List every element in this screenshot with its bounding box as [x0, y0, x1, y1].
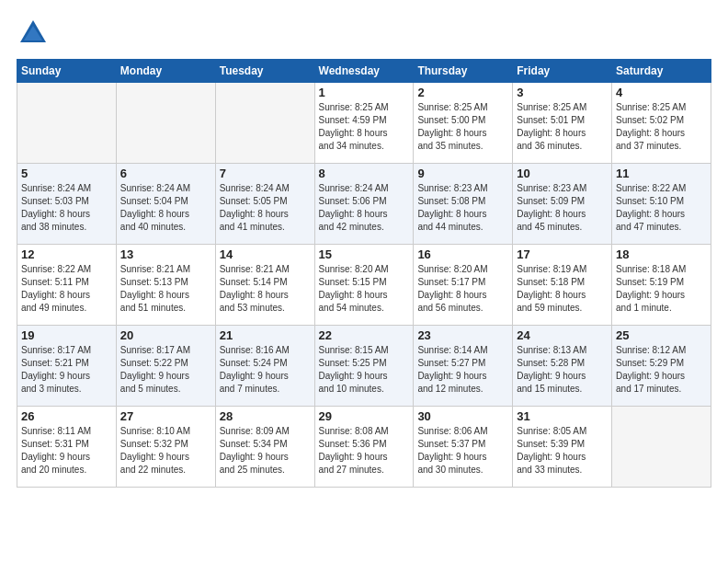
calendar-cell: 22Sunrise: 8:15 AMSunset: 5:25 PMDayligh… [314, 326, 414, 407]
day-info: Sunrise: 8:16 AMSunset: 5:24 PMDaylight:… [220, 344, 311, 396]
calendar-cell: 30Sunrise: 8:06 AMSunset: 5:37 PMDayligh… [414, 407, 513, 488]
calendar-cell: 8Sunrise: 8:24 AMSunset: 5:06 PMDaylight… [314, 164, 414, 245]
calendar-cell: 12Sunrise: 8:22 AMSunset: 5:11 PMDayligh… [17, 245, 117, 326]
day-info: Sunrise: 8:12 AMSunset: 5:29 PMDaylight:… [616, 344, 707, 396]
day-number: 11 [616, 167, 707, 180]
calendar-cell: 9Sunrise: 8:23 AMSunset: 5:08 PMDaylight… [414, 164, 513, 245]
day-info: Sunrise: 8:22 AMSunset: 5:10 PMDaylight:… [616, 182, 707, 234]
day-number: 18 [616, 247, 707, 261]
calendar-cell: 28Sunrise: 8:09 AMSunset: 5:34 PMDayligh… [215, 407, 314, 488]
day-number: 16 [417, 247, 508, 261]
day-number: 28 [220, 409, 311, 423]
day-info: Sunrise: 8:18 AMSunset: 5:19 PMDaylight:… [616, 263, 707, 315]
calendar-cell: 4Sunrise: 8:25 AMSunset: 5:02 PMDaylight… [612, 83, 711, 164]
day-number: 12 [21, 247, 112, 261]
calendar-cell: 11Sunrise: 8:22 AMSunset: 5:10 PMDayligh… [612, 164, 711, 245]
calendar-header-thursday: Thursday [414, 60, 513, 83]
calendar-cell: 24Sunrise: 8:13 AMSunset: 5:28 PMDayligh… [513, 326, 612, 407]
calendar-cell: 26Sunrise: 8:11 AMSunset: 5:31 PMDayligh… [17, 407, 117, 488]
day-info: Sunrise: 8:21 AMSunset: 5:14 PMDaylight:… [220, 263, 311, 315]
day-info: Sunrise: 8:19 AMSunset: 5:18 PMDaylight:… [517, 263, 608, 315]
calendar-header-friday: Friday [513, 60, 612, 83]
calendar-cell: 15Sunrise: 8:20 AMSunset: 5:15 PMDayligh… [314, 245, 414, 326]
logo-icon [17, 17, 50, 50]
calendar-cell: 20Sunrise: 8:17 AMSunset: 5:22 PMDayligh… [116, 326, 215, 407]
calendar-cell: 7Sunrise: 8:24 AMSunset: 5:05 PMDaylight… [215, 164, 314, 245]
header [17, 17, 711, 50]
calendar-cell: 3Sunrise: 8:25 AMSunset: 5:01 PMDaylight… [513, 83, 612, 164]
logo [17, 17, 53, 50]
calendar-cell: 27Sunrise: 8:10 AMSunset: 5:32 PMDayligh… [116, 407, 215, 488]
day-number: 15 [319, 247, 410, 261]
day-info: Sunrise: 8:14 AMSunset: 5:27 PMDaylight:… [417, 344, 508, 396]
calendar-header-wednesday: Wednesday [314, 60, 414, 83]
calendar-week-5: 26Sunrise: 8:11 AMSunset: 5:31 PMDayligh… [17, 407, 711, 488]
calendar-cell: 5Sunrise: 8:24 AMSunset: 5:03 PMDaylight… [17, 164, 117, 245]
day-number: 27 [120, 409, 211, 423]
calendar-cell: 13Sunrise: 8:21 AMSunset: 5:13 PMDayligh… [116, 245, 215, 326]
calendar-cell [215, 83, 314, 164]
day-info: Sunrise: 8:13 AMSunset: 5:28 PMDaylight:… [517, 344, 608, 396]
calendar-cell [17, 83, 117, 164]
day-number: 10 [517, 167, 608, 180]
day-info: Sunrise: 8:11 AMSunset: 5:31 PMDaylight:… [21, 425, 112, 477]
day-info: Sunrise: 8:25 AMSunset: 4:59 PMDaylight:… [319, 101, 410, 153]
day-info: Sunrise: 8:20 AMSunset: 5:17 PMDaylight:… [417, 263, 508, 315]
day-number: 21 [220, 328, 311, 342]
calendar-cell: 23Sunrise: 8:14 AMSunset: 5:27 PMDayligh… [414, 326, 513, 407]
day-info: Sunrise: 8:25 AMSunset: 5:02 PMDaylight:… [616, 101, 707, 153]
calendar-week-2: 5Sunrise: 8:24 AMSunset: 5:03 PMDaylight… [17, 164, 711, 245]
day-info: Sunrise: 8:25 AMSunset: 5:00 PMDaylight:… [417, 101, 508, 153]
calendar-cell: 1Sunrise: 8:25 AMSunset: 4:59 PMDaylight… [314, 83, 414, 164]
day-info: Sunrise: 8:24 AMSunset: 5:04 PMDaylight:… [120, 182, 211, 234]
calendar-week-1: 1Sunrise: 8:25 AMSunset: 4:59 PMDaylight… [17, 83, 711, 164]
day-number: 3 [517, 86, 608, 99]
day-number: 7 [220, 167, 311, 180]
day-info: Sunrise: 8:25 AMSunset: 5:01 PMDaylight:… [517, 101, 608, 153]
day-number: 4 [616, 86, 707, 99]
day-number: 19 [21, 328, 112, 342]
calendar-header-sunday: Sunday [17, 60, 117, 83]
calendar-header-saturday: Saturday [612, 60, 711, 83]
calendar-cell: 18Sunrise: 8:18 AMSunset: 5:19 PMDayligh… [612, 245, 711, 326]
day-number: 5 [21, 167, 112, 180]
day-number: 30 [417, 409, 508, 423]
calendar-cell: 14Sunrise: 8:21 AMSunset: 5:14 PMDayligh… [215, 245, 314, 326]
day-number: 26 [21, 409, 112, 423]
day-number: 17 [517, 247, 608, 261]
calendar-cell: 29Sunrise: 8:08 AMSunset: 5:36 PMDayligh… [314, 407, 414, 488]
day-number: 29 [319, 409, 410, 423]
calendar-header-tuesday: Tuesday [215, 60, 314, 83]
day-info: Sunrise: 8:17 AMSunset: 5:22 PMDaylight:… [120, 344, 211, 396]
day-info: Sunrise: 8:17 AMSunset: 5:21 PMDaylight:… [21, 344, 112, 396]
day-number: 6 [120, 167, 211, 180]
calendar-cell: 17Sunrise: 8:19 AMSunset: 5:18 PMDayligh… [513, 245, 612, 326]
day-info: Sunrise: 8:08 AMSunset: 5:36 PMDaylight:… [319, 425, 410, 477]
calendar-cell: 2Sunrise: 8:25 AMSunset: 5:00 PMDaylight… [414, 83, 513, 164]
day-number: 23 [417, 328, 508, 342]
day-info: Sunrise: 8:23 AMSunset: 5:09 PMDaylight:… [517, 182, 608, 234]
calendar-cell [116, 83, 215, 164]
day-number: 14 [220, 247, 311, 261]
calendar-cell: 6Sunrise: 8:24 AMSunset: 5:04 PMDaylight… [116, 164, 215, 245]
day-info: Sunrise: 8:24 AMSunset: 5:03 PMDaylight:… [21, 182, 112, 234]
day-info: Sunrise: 8:21 AMSunset: 5:13 PMDaylight:… [120, 263, 211, 315]
day-number: 22 [319, 328, 410, 342]
day-info: Sunrise: 8:24 AMSunset: 5:06 PMDaylight:… [319, 182, 410, 234]
day-number: 24 [517, 328, 608, 342]
calendar-cell: 31Sunrise: 8:05 AMSunset: 5:39 PMDayligh… [513, 407, 612, 488]
day-info: Sunrise: 8:22 AMSunset: 5:11 PMDaylight:… [21, 263, 112, 315]
day-info: Sunrise: 8:05 AMSunset: 5:39 PMDaylight:… [517, 425, 608, 477]
day-info: Sunrise: 8:23 AMSunset: 5:08 PMDaylight:… [417, 182, 508, 234]
day-number: 8 [319, 167, 410, 180]
calendar-week-3: 12Sunrise: 8:22 AMSunset: 5:11 PMDayligh… [17, 245, 711, 326]
calendar-cell: 16Sunrise: 8:20 AMSunset: 5:17 PMDayligh… [414, 245, 513, 326]
calendar-header-monday: Monday [116, 60, 215, 83]
day-info: Sunrise: 8:20 AMSunset: 5:15 PMDaylight:… [319, 263, 410, 315]
day-info: Sunrise: 8:09 AMSunset: 5:34 PMDaylight:… [220, 425, 311, 477]
day-info: Sunrise: 8:15 AMSunset: 5:25 PMDaylight:… [319, 344, 410, 396]
day-info: Sunrise: 8:24 AMSunset: 5:05 PMDaylight:… [220, 182, 311, 234]
calendar-cell: 21Sunrise: 8:16 AMSunset: 5:24 PMDayligh… [215, 326, 314, 407]
day-info: Sunrise: 8:10 AMSunset: 5:32 PMDaylight:… [120, 425, 211, 477]
calendar-cell: 25Sunrise: 8:12 AMSunset: 5:29 PMDayligh… [612, 326, 711, 407]
